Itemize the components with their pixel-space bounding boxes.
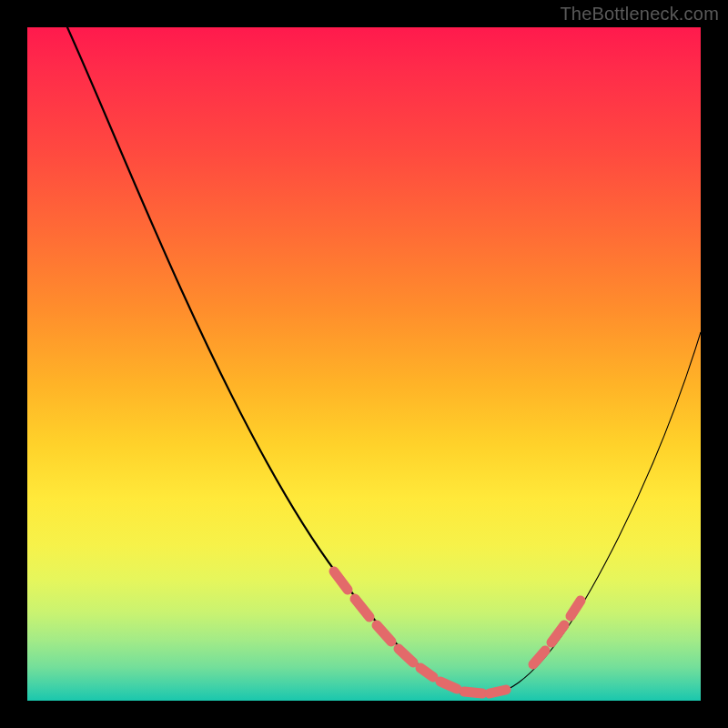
optimal-band-dashes	[334, 571, 581, 693]
chart-frame: TheBottleneck.com	[0, 0, 728, 728]
plot-area	[27, 27, 701, 701]
bottleneck-curve-left	[67, 27, 480, 696]
dash-seg	[377, 625, 391, 642]
dash-seg	[571, 601, 581, 616]
bottleneck-curve-right	[460, 332, 701, 695]
dash-seg	[490, 690, 506, 693]
dash-seg	[420, 668, 433, 677]
dash-seg	[440, 682, 457, 689]
dash-seg	[533, 651, 545, 664]
watermark-text: TheBottleneck.com	[560, 4, 719, 25]
dash-seg	[334, 571, 348, 590]
dash-seg	[464, 692, 482, 693]
dash-seg	[355, 599, 369, 617]
dash-seg	[399, 649, 413, 662]
curve-layer	[27, 27, 701, 701]
dash-seg	[551, 625, 564, 642]
